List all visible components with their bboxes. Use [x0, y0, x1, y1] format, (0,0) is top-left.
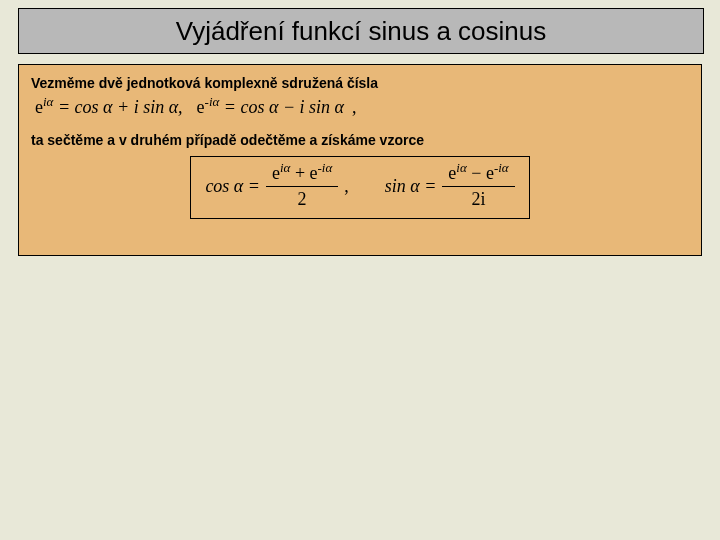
sin-num-minus: − e [467, 163, 494, 183]
sin-fraction: eiα − e-iα 2i [442, 163, 514, 210]
cos-num-exp2: -iα [318, 160, 333, 175]
sin-num-exp1: iα [456, 160, 466, 175]
euler-pos-rhs: = cos α + i sin α, [53, 97, 182, 117]
sin-num-exp2: -iα [494, 160, 509, 175]
sin-numerator: eiα − e-iα [442, 163, 514, 187]
euler-neg-rhs: = cos α − i sin α [219, 97, 344, 117]
boxed-formula: cos α = eiα + e-iα 2 , sin α = eiα − e-i… [190, 156, 529, 219]
sin-lhs: sin α = [385, 176, 437, 197]
cos-lhs: cos α = [205, 176, 260, 197]
cos-denominator: 2 [298, 187, 307, 210]
euler-pair-formula: eiα = cos α + i sin α, e-iα = cos α − i … [35, 97, 689, 118]
intro-line-2: ta sečtěme a v druhém případě odečtěme a… [31, 132, 689, 148]
sin-denominator: 2i [471, 187, 485, 210]
slide: Vyjádření funkcí sinus a cosinus Vezměme… [0, 0, 720, 540]
cos-num-plus: + e [290, 163, 317, 183]
exp-ia: iα [43, 94, 53, 109]
exp-neg-ia: -iα [205, 94, 220, 109]
title-box: Vyjádření funkcí sinus a cosinus [18, 8, 704, 54]
euler-negative: e-iα = cos α − i sin α [197, 97, 344, 118]
trailing-comma: , [352, 97, 357, 118]
sin-formula: sin α = eiα − e-iα 2i [385, 163, 515, 210]
cos-numerator: eiα + e-iα [266, 163, 338, 187]
euler-positive: eiα = cos α + i sin α, [35, 97, 183, 118]
content-box: Vezměme dvě jednotková komplexně sdružen… [18, 64, 702, 256]
cos-sin-separator: , [344, 176, 349, 197]
cos-num-e1: e [272, 163, 280, 183]
e-base: e [35, 97, 43, 117]
e-base-2: e [197, 97, 205, 117]
cos-fraction: eiα + e-iα 2 [266, 163, 338, 210]
intro-line-1: Vezměme dvě jednotková komplexně sdružen… [31, 75, 689, 91]
cos-num-exp1: iα [280, 160, 290, 175]
cos-formula: cos α = eiα + e-iα 2 , [205, 163, 348, 210]
slide-title: Vyjádření funkcí sinus a cosinus [176, 16, 546, 47]
